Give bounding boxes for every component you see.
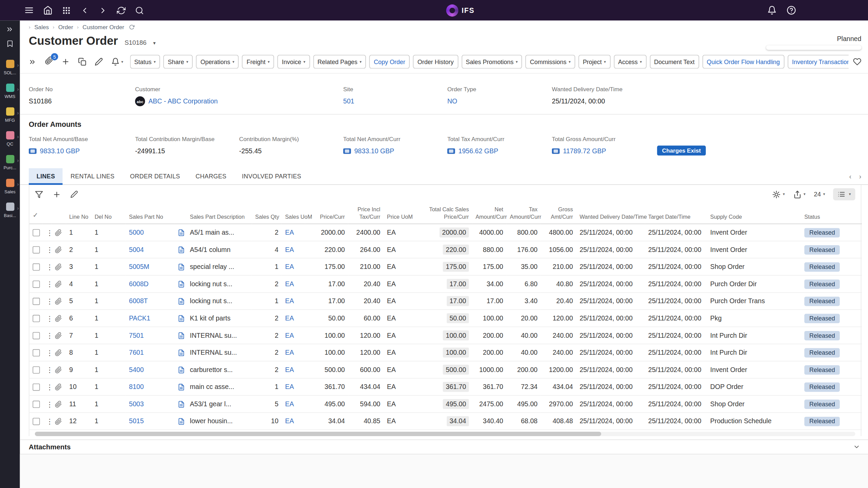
sidebar-expand-icon[interactable] (6, 25, 14, 33)
related-pages-button[interactable]: Related Pages▾ (313, 55, 366, 69)
freight-button[interactable]: Freight▾ (242, 55, 274, 69)
row-menu-kebab-icon[interactable]: ⋮ (46, 297, 51, 305)
filter-icon[interactable] (35, 190, 43, 198)
forward-icon[interactable] (98, 6, 107, 15)
row-checkbox[interactable] (33, 349, 40, 356)
attachment-paperclip-icon[interactable] (55, 280, 62, 288)
status-button[interactable]: Status▾ (130, 55, 160, 69)
copy-order-button[interactable]: Copy Order (369, 55, 410, 69)
column-header-sales-part-no[interactable]: Sales Part No (126, 204, 174, 224)
attachment-paperclip-icon[interactable] (55, 263, 62, 270)
sales-uom-link[interactable]: EA (285, 366, 294, 374)
document-icon[interactable] (178, 349, 185, 356)
field-value-text[interactable]: 9833.10 GBP (354, 147, 394, 155)
sales-uom-link[interactable]: EA (285, 417, 294, 425)
row-menu-kebab-icon[interactable]: ⋮ (46, 246, 51, 254)
field-value-text[interactable]: NO (447, 97, 457, 105)
invoice-button[interactable]: Invoice▾ (277, 55, 310, 69)
sales-part-no-link[interactable]: 7601 (129, 349, 144, 356)
sales-part-no-link[interactable]: 5005M (129, 263, 149, 271)
attachment-paperclip-icon[interactable] (55, 229, 62, 236)
sales-part-no-link[interactable]: 5400 (129, 366, 144, 374)
sales-part-no-link[interactable]: 5004 (129, 246, 144, 254)
column-header-del-no[interactable]: Del No (91, 204, 126, 224)
row-checkbox[interactable] (33, 281, 40, 288)
sidebar-item-qc[interactable]: QC› (0, 127, 20, 151)
sales-part-no-link[interactable]: 5015 (129, 417, 144, 425)
sales-uom-link[interactable]: EA (285, 383, 294, 391)
help-icon[interactable] (787, 5, 796, 15)
bookmark-icon[interactable] (6, 40, 14, 48)
order-history-button[interactable]: Order History (413, 55, 458, 69)
sales-part-no-link[interactable]: 6008T (129, 297, 148, 305)
sales-part-no-link[interactable]: PACK1 (129, 314, 150, 322)
hamburger-menu-icon[interactable] (24, 5, 34, 15)
table-row[interactable]: ⋮ 4 1 6008D locking nut s... 2 EA 17.00 … (29, 275, 862, 293)
sales-uom-link[interactable]: EA (285, 314, 294, 322)
notifications-bell-icon[interactable] (767, 5, 777, 15)
add-icon[interactable] (61, 58, 70, 66)
column-header-sales-qty[interactable]: Sales Qty (252, 204, 282, 224)
tab-lines[interactable]: LINES (29, 168, 63, 185)
access-button[interactable]: Access▾ (614, 55, 646, 69)
row-menu-kebab-icon[interactable]: ⋮ (46, 280, 51, 288)
column-header-target-date[interactable]: Target Date/Time (645, 204, 707, 224)
column-header-supply-code[interactable]: Supply Code (707, 204, 801, 224)
row-checkbox[interactable] (33, 418, 40, 425)
tab-scroll-left-icon[interactable]: ‹ (849, 173, 851, 180)
page-size-selector[interactable]: 24 ▾ (814, 191, 825, 198)
edit-pencil-icon[interactable] (95, 58, 103, 66)
add-line-icon[interactable] (53, 190, 61, 198)
tab-charges[interactable]: CHARGES (188, 168, 234, 185)
sales-uom-link[interactable]: EA (285, 349, 294, 356)
document-text-button[interactable]: Document Text (650, 55, 699, 69)
column-header-wanted-delivery[interactable]: Wanted Delivery Date/Time (576, 204, 645, 224)
favorite-heart-icon[interactable] (849, 58, 862, 66)
field-value-text[interactable]: ABC - ABC Corporation (148, 97, 218, 105)
row-menu-kebab-icon[interactable]: ⋮ (46, 383, 51, 391)
quick-order-flow-handling-button[interactable]: Quick Order Flow Handling (702, 55, 785, 69)
row-menu-kebab-icon[interactable]: ⋮ (46, 262, 51, 271)
sales-part-no-link[interactable]: 5000 (129, 229, 144, 236)
sidebar-item-basi[interactable]: Basi...› (0, 198, 20, 222)
column-header-description[interactable]: Sales Part Description (187, 204, 252, 224)
document-icon[interactable] (178, 383, 185, 390)
refresh-icon[interactable] (117, 6, 126, 15)
table-row[interactable]: ⋮ 8 1 7601 INTERNAL su... 2 EA 100.00 12… (29, 344, 862, 361)
breadcrumb-item-sales[interactable]: Sales (34, 24, 49, 31)
attachment-paperclip-icon[interactable] (55, 246, 62, 253)
row-menu-kebab-icon[interactable]: ⋮ (46, 366, 51, 374)
table-row[interactable]: ⋮ 9 1 5400 carburettor s... 2 EA 500.00 … (29, 361, 862, 378)
table-row[interactable]: ⋮ 7 1 7501 INTERNAL su... 2 EA 100.00 12… (29, 327, 862, 344)
field-value-text[interactable]: 9833.10 GBP (40, 147, 80, 155)
attachment-paperclip-icon[interactable] (55, 383, 62, 390)
field-value-text[interactable]: 11789.72 GBP (563, 147, 606, 155)
sidebar-item-purc[interactable]: Purc...› (0, 151, 20, 174)
table-settings-gear-icon[interactable]: ▾ (772, 190, 785, 198)
row-menu-kebab-icon[interactable]: ⋮ (46, 314, 51, 322)
table-row[interactable]: ⋮ 6 1 PACK1 K1 kit of parts 2 EA 50.00 6… (29, 310, 862, 327)
sales-uom-link[interactable]: EA (285, 280, 294, 288)
column-header-tax[interactable]: Tax Amount/Curr (506, 204, 541, 224)
breadcrumb-item-order[interactable]: Order (58, 24, 73, 31)
breadcrumb-item-customer-order[interactable]: Customer Order (82, 24, 124, 31)
attachment-paperclip-icon[interactable] (55, 417, 62, 425)
export-icon[interactable]: ▾ (793, 190, 806, 198)
sales-uom-link[interactable]: EA (285, 263, 294, 271)
column-header-line-no[interactable]: Line No (66, 204, 91, 224)
document-icon[interactable] (178, 417, 185, 425)
field-value-text[interactable]: 1956.62 GBP (458, 147, 498, 155)
table-row[interactable]: ⋮ 3 1 5005M special relay ... 1 EA 175.0… (29, 258, 862, 275)
attachment-paperclip-icon[interactable] (55, 349, 62, 356)
row-checkbox[interactable] (33, 229, 40, 236)
row-menu-kebab-icon[interactable]: ⋮ (46, 348, 51, 356)
attachment-paperclip-icon[interactable] (55, 332, 62, 339)
sidebar-item-sol[interactable]: SOL...› (0, 55, 20, 79)
table-row[interactable]: ⋮ 11 1 5003 A53/1 gear l... 5 EA 495.00 … (29, 395, 862, 413)
select-all-checkbox[interactable]: ✓ (33, 212, 38, 219)
row-checkbox[interactable] (33, 384, 40, 391)
column-header-price-incl-tax[interactable]: Price Incl Tax/Curr (348, 204, 384, 224)
duplicate-icon[interactable] (78, 58, 86, 66)
row-checkbox[interactable] (33, 246, 40, 253)
subscribe-bell-icon[interactable] (111, 58, 119, 66)
